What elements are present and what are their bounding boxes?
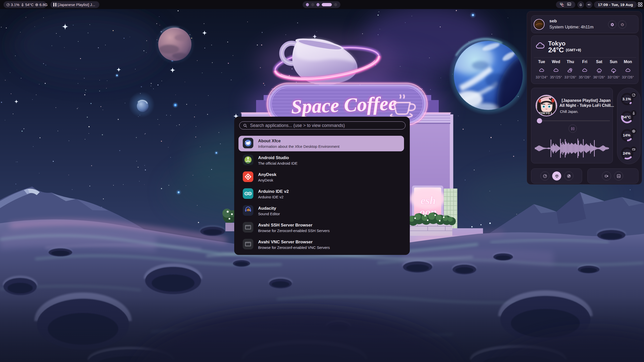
svg-text:54°C: 54°C bbox=[622, 115, 631, 119]
svg-text:Space Coffee: Space Coffee bbox=[291, 92, 397, 118]
svg-text:24%: 24% bbox=[623, 151, 630, 155]
svg-text:esh: esh bbox=[420, 194, 436, 207]
svg-text:14%: 14% bbox=[623, 133, 630, 137]
svg-text:3.1%: 3.1% bbox=[622, 97, 631, 101]
